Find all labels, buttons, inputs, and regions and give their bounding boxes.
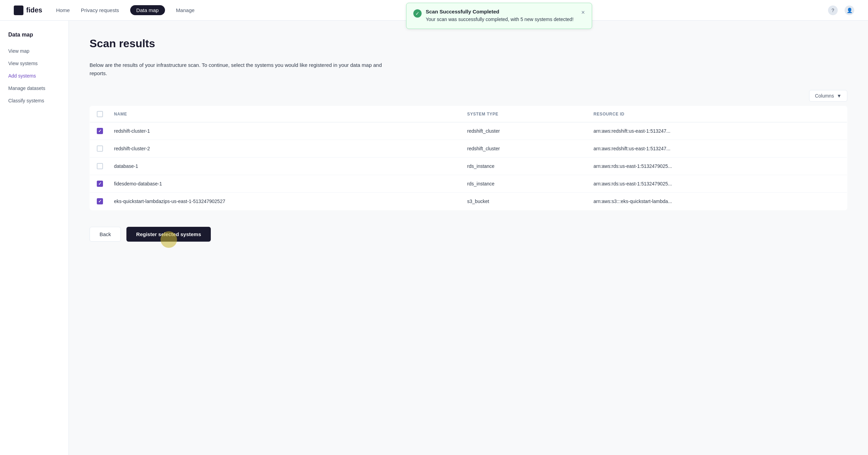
help-icon[interactable]: ? <box>828 6 838 15</box>
toast-message: Your scan was successfully completed, wi… <box>426 16 577 23</box>
table-header: NAME SYSTEM TYPE RESOURCE ID <box>90 106 847 122</box>
row-1-name: redshift-cluster-1 <box>108 122 462 140</box>
table-row: eks-quickstart-lambdazips-us-east-1-5132… <box>90 193 847 210</box>
row-3-resource-id: arn:aws:rds:us-east-1:5132479025... <box>588 158 847 175</box>
table-row: redshift-cluster-2 redshift_cluster arn:… <box>90 140 847 158</box>
row-3-name: database-1 <box>108 158 462 175</box>
system-type-header: SYSTEM TYPE <box>462 106 588 122</box>
row-2-resource-id: arn:aws:redshift:us-east-1:513247... <box>588 140 847 158</box>
row-1-resource-id: arn:aws:redshift:us-east-1:513247... <box>588 122 847 140</box>
row-4-name: fidesdemo-database-1 <box>108 175 462 193</box>
select-all-header <box>90 106 109 122</box>
row-1-checkbox[interactable] <box>97 128 103 134</box>
resource-id-header: RESOURCE ID <box>588 106 847 122</box>
columns-button[interactable]: Columns ▼ <box>809 90 847 102</box>
table-row: redshift-cluster-1 redshift_cluster arn:… <box>90 122 847 140</box>
table-body: redshift-cluster-1 redshift_cluster arn:… <box>90 122 847 210</box>
page-title: Scan results <box>90 37 847 50</box>
row-4-checkbox[interactable] <box>97 181 103 187</box>
row-2-name: redshift-cluster-2 <box>108 140 462 158</box>
row-1-checkbox-cell <box>90 122 109 140</box>
row-5-checkbox-cell <box>90 193 109 210</box>
row-5-resource-id: arn:aws:s3:::eks-quickstart-lambda... <box>588 193 847 210</box>
main-content: Scan results Below are the results of yo… <box>69 21 868 455</box>
logo-box <box>14 6 23 15</box>
row-2-checkbox-cell <box>90 140 109 158</box>
nav-privacy-requests[interactable]: Privacy requests <box>81 6 119 14</box>
nav-home[interactable]: Home <box>56 6 70 14</box>
table-row: fidesdemo-database-1 rds_instance arn:aw… <box>90 175 847 193</box>
row-2-system-type: redshift_cluster <box>462 140 588 158</box>
table-controls: Columns ▼ <box>90 90 847 102</box>
sidebar-title: Data map <box>0 32 69 45</box>
back-button[interactable]: Back <box>90 227 121 242</box>
description: Below are the results of your infrastruc… <box>90 61 400 78</box>
row-5-system-type: s3_bucket <box>462 193 588 210</box>
sidebar-item-view-map[interactable]: View map <box>0 45 69 57</box>
row-4-checkbox-cell <box>90 175 109 193</box>
sidebar-item-classify-systems[interactable]: Classify systems <box>0 94 69 107</box>
nav-data-map[interactable]: Data map <box>130 5 165 15</box>
columns-label: Columns <box>815 93 834 99</box>
row-2-checkbox[interactable] <box>97 145 103 152</box>
row-5-checkbox[interactable] <box>97 198 103 204</box>
row-3-checkbox[interactable] <box>97 163 103 169</box>
toast-success-icon: ✓ <box>413 9 422 18</box>
toast-body: Scan Successfully Completed Your scan wa… <box>426 9 577 23</box>
select-all-checkbox[interactable] <box>97 111 103 117</box>
row-4-resource-id: arn:aws:rds:us-east-1:5132479025... <box>588 175 847 193</box>
nav-right: ? 👤 <box>828 6 854 15</box>
user-icon[interactable]: 👤 <box>845 6 854 15</box>
table-row: database-1 rds_instance arn:aws:rds:us-e… <box>90 158 847 175</box>
name-header: NAME <box>108 106 462 122</box>
row-3-checkbox-cell <box>90 158 109 175</box>
footer-buttons: Back Register selected systems <box>90 227 847 242</box>
logo-text: fides <box>26 6 42 14</box>
main-layout: Data map View map View systems Add syste… <box>0 21 868 455</box>
nav-manage[interactable]: Manage <box>176 6 195 14</box>
topnav: fides Home Privacy requests Data map Man… <box>0 0 868 21</box>
register-selected-systems-button[interactable]: Register selected systems <box>126 227 210 242</box>
sidebar-item-view-systems[interactable]: View systems <box>0 57 69 70</box>
sidebar-item-manage-datasets[interactable]: Manage datasets <box>0 82 69 94</box>
sidebar-item-add-systems[interactable]: Add systems <box>0 70 69 82</box>
row-5-name: eks-quickstart-lambdazips-us-east-1-5132… <box>108 193 462 210</box>
row-3-system-type: rds_instance <box>462 158 588 175</box>
toast-notification: ✓ Scan Successfully Completed Your scan … <box>406 3 592 29</box>
row-4-system-type: rds_instance <box>462 175 588 193</box>
sidebar: Data map View map View systems Add syste… <box>0 21 69 455</box>
toast-title: Scan Successfully Completed <box>426 9 577 14</box>
logo: fides <box>14 6 42 15</box>
toast-close-button[interactable]: × <box>581 9 585 16</box>
scan-results-table: NAME SYSTEM TYPE RESOURCE ID redshift-cl… <box>90 106 847 210</box>
row-1-system-type: redshift_cluster <box>462 122 588 140</box>
chevron-down-icon: ▼ <box>837 93 841 99</box>
